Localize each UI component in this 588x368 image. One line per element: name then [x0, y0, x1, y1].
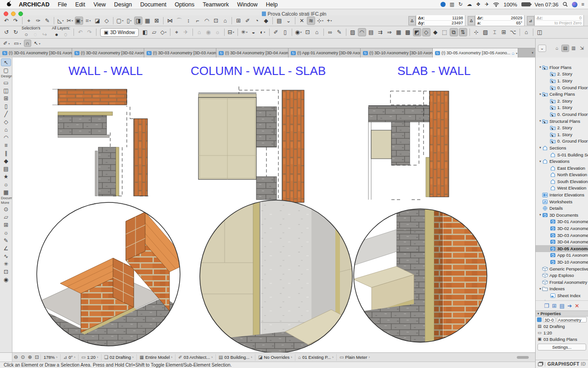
- tags-icon[interactable]: ✎: [335, 28, 344, 36]
- properties-header[interactable]: ▾ Properties: [536, 310, 588, 316]
- menu-options[interactable]: Options: [170, 1, 198, 8]
- tracker-delta-button-2[interactable]: ⊿: [527, 16, 534, 25]
- menu-archicad[interactable]: ARCHICAD: [15, 1, 54, 8]
- menu-help[interactable]: Help: [262, 1, 282, 8]
- hatch-dome-icon[interactable]: ◠: [358, 28, 366, 36]
- menu-view[interactable]: View: [89, 1, 110, 8]
- morph-tool[interactable]: ◆: [1, 157, 11, 165]
- tree-item[interactable]: 3D-02 Axonometry: [536, 225, 588, 232]
- angle-dim-tool[interactable]: ∠: [1, 244, 11, 252]
- grid-tool[interactable]: ⊞: [1, 221, 11, 229]
- tree-item[interactable]: 1. Story: [536, 77, 588, 84]
- dimension-tool[interactable]: ⊙: [1, 205, 11, 213]
- slab-tool[interactable]: ◇: [1, 118, 11, 126]
- guide-lines-icon[interactable]: ◺▾: [57, 17, 65, 25]
- profile-icon[interactable]: ▯▾: [125, 17, 133, 25]
- cloud-icon[interactable]: ☁: [467, 2, 472, 7]
- tree-item[interactable]: 2. Story: [536, 98, 588, 104]
- minimize-window-button[interactable]: [11, 12, 16, 16]
- favorites-icon[interactable]: ✎: [43, 17, 51, 25]
- columns-icon[interactable]: ▥: [450, 2, 454, 7]
- tab-2[interactable]: ↻(!) 3D-02 Axonometry [3D-02 Axon...: [72, 48, 144, 58]
- camera-path-icon[interactable]: ◉: [204, 28, 213, 36]
- marquee-off-icon[interactable]: ⊠: [153, 17, 161, 25]
- layers-all-icon[interactable]: ●: [52, 30, 61, 39]
- hatch-step-icon[interactable]: ▤: [367, 28, 375, 36]
- tree-item[interactable]: 3D-04 Axonometry: [536, 238, 588, 245]
- view-map-icon[interactable]: ▤: [561, 45, 569, 52]
- column-tool[interactable]: ▯: [1, 102, 11, 110]
- fly-icon[interactable]: ✈: [182, 28, 190, 36]
- tree-item[interactable]: Interior Elevations: [536, 191, 588, 198]
- tree-item[interactable]: 0. Ground Floor: [536, 111, 588, 118]
- hotspot-tool[interactable]: ✳: [1, 260, 11, 268]
- view-side-icon[interactable]: ◧: [141, 28, 149, 36]
- tree-item[interactable]: South Elevation: [536, 178, 588, 185]
- tracker-box-1[interactable]: Δr:26029a:65°: [475, 15, 525, 26]
- menubar-clock[interactable]: Ven 07:36: [535, 2, 559, 7]
- boolean-icon[interactable]: ◆: [262, 17, 270, 25]
- apple-menu[interactable]: [4, 0, 15, 8]
- view-cube-icon[interactable]: ▱: [150, 28, 158, 36]
- camera-tool[interactable]: ◉: [1, 276, 11, 283]
- explore-icon[interactable]: ↻: [11, 28, 20, 36]
- delete-icon[interactable]: ✕: [575, 303, 579, 309]
- tree-item[interactable]: ▾Elevations: [536, 158, 588, 165]
- eraser-icon[interactable]: ◪: [93, 17, 102, 25]
- disclosure-arrow-icon[interactable]: ▾: [538, 160, 542, 163]
- tree-item[interactable]: West Elevation: [536, 185, 588, 192]
- roof-edit-icon[interactable]: ◔: [253, 17, 261, 25]
- menu-document[interactable]: Document: [136, 1, 170, 8]
- tab-6[interactable]: ↻(!) 3D-10 Axonometry [3D-10 Axono...: [361, 48, 433, 58]
- shell-tool[interactable]: ◠: [1, 133, 11, 141]
- lamp-tool[interactable]: ☼: [1, 180, 11, 188]
- tree-item[interactable]: 0. Ground Floor: [536, 138, 588, 145]
- graphic-overrides-segment[interactable]: ◪No Overrides›: [255, 354, 295, 361]
- spline-tool[interactable]: ∿: [1, 252, 11, 260]
- disclosure-arrow-icon[interactable]: ▾: [538, 65, 542, 69]
- redo-view-icon[interactable]: ↷: [85, 28, 94, 36]
- navigator-tree-toggle[interactable]: ⌄: [538, 45, 546, 52]
- model-view-options-segment[interactable]: ▤03 Building...›: [215, 354, 255, 361]
- tree-item[interactable]: App Esploso: [536, 272, 588, 279]
- new-folder-icon[interactable]: ▤: [560, 303, 565, 309]
- window-tool[interactable]: ⊞: [1, 94, 11, 102]
- 3d-window-button[interactable]: ▣3D Window: [100, 28, 139, 37]
- hatch-line-icon[interactable]: ▨: [349, 28, 357, 36]
- inject-parameters-icon[interactable]: ✑: [34, 17, 42, 25]
- sync-icon[interactable]: ↻: [458, 2, 463, 7]
- frame-icon[interactable]: ⊞: [500, 28, 508, 36]
- layout-book-icon[interactable]: ▥: [570, 45, 577, 52]
- settings-button[interactable]: Settings...: [537, 344, 586, 351]
- roller-icon[interactable]: ▯: [281, 28, 289, 36]
- tree-item[interactable]: 3D-03 Axonometry: [536, 232, 588, 239]
- magnet-tool[interactable]: ∩: [24, 40, 31, 47]
- leaf-icon[interactable]: ◇: [102, 17, 111, 25]
- hatch-dark-icon[interactable]: ▩: [404, 28, 412, 36]
- tree-item[interactable]: Frontal Axonometry: [536, 279, 588, 286]
- name-field[interactable]: Axonometry: [557, 317, 587, 322]
- tab-1[interactable]: ↻(!) 3D-01 Axonometry [3D-01 Axono...: [0, 48, 72, 58]
- inject-style-icon[interactable]: ◐▾: [259, 28, 267, 36]
- tree-item[interactable]: ▾Sections: [536, 144, 588, 151]
- tracker-toggle-icon[interactable]: ⊹▾: [316, 17, 324, 25]
- pen-set-segment[interactable]: ✐03 Architect...›: [175, 354, 215, 361]
- annotation-tool[interactable]: ✎: [1, 236, 11, 244]
- structure-display-segment[interactable]: ▦Entire Model›: [136, 354, 175, 361]
- disclosure-arrow-icon[interactable]: ▾: [538, 287, 542, 291]
- overlap-icon[interactable]: ⧉: [450, 28, 458, 36]
- tree-item[interactable]: Sheet Index: [536, 292, 588, 299]
- hatch-marquee-icon[interactable]: ⬚: [441, 28, 449, 36]
- dimensions-standard-segment[interactable]: ▭Plain Meter›: [336, 354, 373, 361]
- undo-icon[interactable]: ↶: [2, 17, 11, 25]
- add-coordinate-icon[interactable]: +▾: [325, 17, 334, 25]
- home-story-icon[interactable]: ⌂: [522, 28, 531, 36]
- hatch-corner-icon[interactable]: ◩: [413, 28, 421, 36]
- tree-item[interactable]: ▾Indexes: [536, 286, 588, 293]
- orbit-icon[interactable]: ↺: [2, 28, 11, 36]
- tree-item[interactable]: North Elevation: [536, 172, 588, 178]
- mesh-tool[interactable]: ▦: [1, 188, 11, 196]
- object-tool[interactable]: ★: [1, 172, 11, 180]
- publisher-icon[interactable]: ⇲: [578, 45, 586, 52]
- fit-view-icon[interactable]: ⊡: [35, 354, 39, 360]
